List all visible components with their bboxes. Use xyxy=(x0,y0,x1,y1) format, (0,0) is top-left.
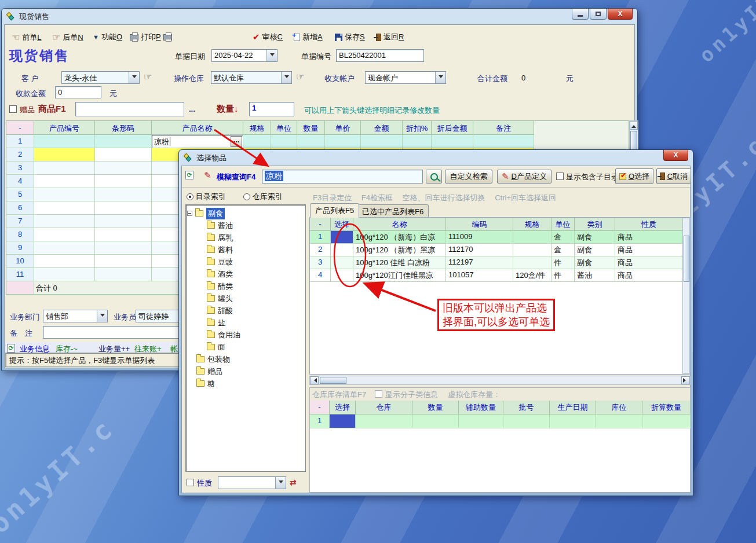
dir-index-radio[interactable]: 目录索引 xyxy=(187,192,226,202)
account-combo[interactable]: 现金帐户 xyxy=(365,71,446,84)
dialog-close-button[interactable]: X xyxy=(663,150,688,161)
grid-cell[interactable] xyxy=(95,228,152,241)
grid-row-1[interactable]: 1 凉粉 ... xyxy=(6,135,629,148)
product-table-vscrollbar[interactable] xyxy=(682,218,690,374)
grid-cell[interactable] xyxy=(34,175,95,188)
grid-cell[interactable] xyxy=(34,148,95,162)
print-button[interactable]: 打印P xyxy=(130,32,172,42)
salesman-label: 业务员 xyxy=(114,312,136,322)
tree-item[interactable]: 赠品 xyxy=(187,365,304,377)
gift-checkbox[interactable] xyxy=(9,105,17,113)
maximize-button[interactable] xyxy=(590,9,607,20)
hand-picker-icon[interactable]: ☞ xyxy=(144,71,152,82)
tree-item[interactable]: 包装物 xyxy=(187,353,304,365)
tree-item[interactable]: 醋类 xyxy=(187,280,304,292)
select-cell[interactable] xyxy=(331,244,353,256)
product-row[interactable]: 2 100g*120 （新海）黑凉112170 盒 副食商品 xyxy=(310,244,690,256)
save-button[interactable]: 保存S xyxy=(335,32,365,42)
account-label: 收支帐户 xyxy=(324,74,355,84)
hand-picker-icon[interactable]: ☞ xyxy=(296,71,304,82)
new-button[interactable]: 新增A xyxy=(294,32,323,42)
stock-row[interactable]: 1 xyxy=(310,414,691,428)
custom-search-button[interactable]: 自定义检索 xyxy=(445,170,492,184)
grid-cell[interactable] xyxy=(34,241,95,255)
product-f1-label: 商品F1 xyxy=(38,104,66,115)
grid-cell[interactable] xyxy=(34,215,95,228)
product-input[interactable] xyxy=(75,102,184,116)
floppy-icon xyxy=(335,34,342,41)
tab-selected-list[interactable]: 已选中产品列表F6 xyxy=(357,204,429,218)
grid-cell[interactable] xyxy=(34,162,95,175)
grid-cell[interactable] xyxy=(34,201,95,215)
select-button[interactable]: O选择 xyxy=(615,168,653,184)
doc-date-combo[interactable]: 2025-04-22 xyxy=(211,49,277,62)
close-button[interactable]: X xyxy=(608,9,633,20)
tree-item[interactable]: 面 xyxy=(187,341,304,353)
nature-checkbox[interactable] xyxy=(187,479,194,486)
product-define-button[interactable]: ✎ D产品定义 xyxy=(497,170,552,184)
prev-doc-button[interactable]: ☜ 前单L xyxy=(12,32,42,43)
grid-cell[interactable] xyxy=(34,255,95,268)
grid-cell[interactable] xyxy=(34,268,95,281)
grid-cell[interactable] xyxy=(95,162,152,175)
select-cell[interactable] xyxy=(331,231,353,244)
tree-item[interactable]: 酱料 xyxy=(187,244,304,256)
show-subdir-checkbox[interactable] xyxy=(556,173,564,180)
tree-item[interactable]: 罐头 xyxy=(187,292,304,304)
customer-combo[interactable]: 龙头-永佳 xyxy=(61,71,140,84)
fuzzy-search-input[interactable]: 凉粉 xyxy=(262,170,423,184)
selected-text: 凉粉 xyxy=(265,171,283,181)
grid-cell[interactable] xyxy=(34,228,95,241)
search-button[interactable] xyxy=(426,170,442,184)
tree-item[interactable]: 甜酸 xyxy=(187,304,304,317)
dept-combo[interactable]: 销售部 xyxy=(43,310,108,322)
select-cell[interactable] xyxy=(331,269,353,282)
tree-item[interactable]: 豆豉 xyxy=(187,256,304,268)
printer-icon xyxy=(163,34,172,41)
product-more-label[interactable]: ... xyxy=(189,105,195,113)
grid-cell[interactable] xyxy=(95,175,152,188)
product-row[interactable]: 4 100g*120江门佳维黑凉101057 120盒/件件 酱油商品 xyxy=(310,269,690,282)
tab-product-list[interactable]: 产品列表F5 xyxy=(310,203,359,218)
grid-cell[interactable] xyxy=(95,148,152,162)
grid-cell[interactable] xyxy=(95,268,152,281)
dialog-cancel-button[interactable]: C取消 xyxy=(656,168,691,184)
tree-item[interactable]: 酱油 xyxy=(187,219,304,232)
nature-combo[interactable] xyxy=(218,476,286,489)
next-doc-button[interactable]: ☞ 后单N xyxy=(52,32,83,43)
product-table: -选择 名称编码 规格单位 类别性质 1 100g*120 （新海）白凉1110… xyxy=(309,217,691,375)
tree-item-root[interactable]: 副食 xyxy=(187,207,304,219)
product-row[interactable]: 1 100g*120 （新海）白凉111009 盒 副食商品 xyxy=(310,231,690,244)
lookup-ellipsis-button[interactable]: ... xyxy=(231,136,242,147)
minimize-button[interactable] xyxy=(572,9,589,20)
select-cell[interactable] xyxy=(331,256,353,269)
collapse-icon[interactable] xyxy=(187,211,192,216)
warehouse-combo[interactable]: 默认仓库 xyxy=(211,71,292,84)
product-name-editor[interactable]: 凉粉 ... xyxy=(152,135,243,148)
grid-cell[interactable] xyxy=(95,201,152,215)
tree-item[interactable]: 糖 xyxy=(187,377,304,390)
dialog-icon xyxy=(184,154,193,162)
grid-cell[interactable] xyxy=(95,255,152,268)
product-row[interactable]: 3 100g*120 佳维 白凉粉112197 件 副食商品 xyxy=(310,256,690,269)
select-cell[interactable] xyxy=(330,414,356,428)
refresh-icon[interactable]: ⟳ xyxy=(185,171,193,179)
return-button[interactable]: 返回R xyxy=(376,32,404,42)
grid-cell[interactable] xyxy=(95,241,152,255)
molecule-checkbox[interactable] xyxy=(375,390,382,398)
received-input[interactable]: 0 xyxy=(55,86,101,98)
grid-cell[interactable] xyxy=(95,188,152,201)
doc-no-input[interactable]: BL250422001 xyxy=(336,49,424,62)
tree-item[interactable]: 腐乳 xyxy=(187,232,304,244)
grid-cell[interactable] xyxy=(34,188,95,201)
product-table-hscrollbar[interactable] xyxy=(309,376,691,385)
swap-arrows-icon[interactable]: ⇄ xyxy=(290,478,297,487)
warehouse-index-radio[interactable]: 仓库索引 xyxy=(243,192,283,202)
tree-item[interactable]: 酒类 xyxy=(187,268,304,280)
audit-button[interactable]: ✔ 审核C xyxy=(253,32,283,42)
grid-cell[interactable] xyxy=(95,215,152,228)
tree-item[interactable]: 食用油 xyxy=(187,329,304,341)
qty-input[interactable]: 1 xyxy=(249,102,294,116)
functions-button[interactable]: ▼ 功能O xyxy=(93,32,122,42)
tree-item[interactable]: 盐 xyxy=(187,317,304,329)
